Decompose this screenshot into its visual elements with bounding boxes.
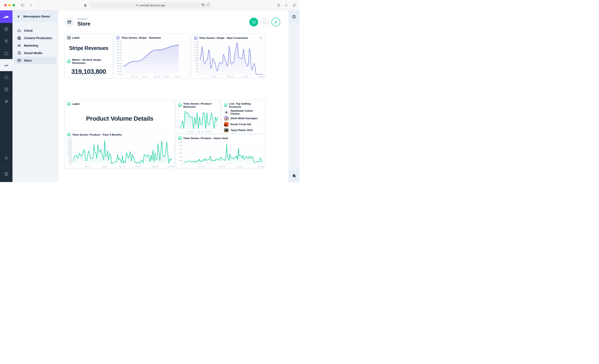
panel-header: Label (72, 102, 79, 106)
panel-info-icon[interactable] (259, 36, 263, 40)
svg-text:Feb '22: Feb '22 (175, 76, 182, 78)
svg-text:3: 3 (178, 122, 179, 124)
zoom-window-button[interactable] (12, 4, 15, 7)
privacy-shield-icon[interactable] (83, 3, 88, 8)
svg-text:16 Feb: 16 Feb (259, 76, 265, 78)
svg-text:95.0K: 95.0K (117, 65, 122, 67)
sidebar-item-marketing[interactable]: Marketing (14, 42, 57, 49)
metric-value: 319,103,800 (65, 65, 113, 78)
svg-text:0: 0 (182, 163, 183, 165)
svg-text:6: 6 (178, 109, 179, 112)
project-sidebar: Monospace Demo Cloud Content Production … (12, 10, 58, 182)
list-item[interactable]: Rustic Fresh Hat (224, 121, 263, 127)
user-avatar-icon[interactable] (0, 168, 12, 180)
project-header[interactable]: Monospace Demo (12, 10, 58, 22)
svg-text:08 Feb: 08 Feb (241, 76, 248, 78)
present-mode-button[interactable] (249, 18, 258, 27)
list-item[interactable]: Tasty Plastic Shirt (224, 127, 263, 133)
svg-text:2,000: 2,000 (194, 46, 199, 48)
new-tab-icon[interactable] (284, 3, 289, 8)
tab-overview-icon[interactable] (292, 3, 297, 8)
panel-chart-icon (67, 133, 70, 136)
sidebar-toggle-icon[interactable] (20, 3, 25, 8)
fullscreen-button[interactable] (260, 18, 269, 27)
product-thumbnail (224, 116, 229, 121)
address-bar[interactable]: example.directus.app A文 (90, 2, 211, 8)
svg-text:1,600: 1,600 (194, 52, 199, 54)
panel-chart-icon (67, 102, 70, 106)
svg-text:85.0K: 85.0K (117, 70, 122, 73)
sidebar-item-cloud[interactable]: Cloud (14, 27, 57, 34)
page-title: Store (77, 21, 90, 27)
browser-toolbar: example.directus.app A文 (0, 0, 300, 10)
svg-text:600: 600 (179, 152, 183, 154)
sidebar-item-store[interactable]: Store (14, 57, 57, 64)
svg-text:2,200: 2,200 (194, 44, 199, 46)
panel-header: List: Top Selling Products (229, 102, 263, 108)
sidebar-item-label: Store (24, 59, 32, 62)
screen: example.directus.app A文 (0, 0, 300, 182)
panel-product-volume: Label Product Volume Details Time Series… (64, 100, 175, 169)
list-item[interactable]: Sleek Metal Sausages (224, 115, 263, 121)
panel-header: Time Series: Product - Items Sold (183, 137, 228, 140)
list-item[interactable]: Handmade Cotton Cheese (224, 109, 263, 115)
megaphone-icon (17, 44, 21, 48)
panel-top-selling-products: List: Top Selling Products Handmade Cott… (221, 100, 265, 133)
sidebar-info-button[interactable] (289, 10, 300, 23)
notifications-bell-icon[interactable] (0, 152, 12, 164)
close-window-button[interactable] (4, 4, 7, 7)
edit-dashboard-button[interactable] (271, 18, 280, 27)
forward-icon[interactable] (36, 3, 41, 8)
svg-text:1,200: 1,200 (178, 141, 183, 143)
sidebar-item-content-production[interactable]: Content Production (14, 34, 57, 42)
panel-header: Time Series: Product - Restocks (183, 102, 218, 108)
svg-text:0: 0 (71, 163, 72, 165)
sidebar-item-label: Social Media (24, 51, 42, 55)
product-past-3-months-chart: 2,6002,4002,2002,0001,8001,6001,4001,200… (65, 137, 175, 168)
slideshow-icon (252, 20, 256, 24)
module-help-icon[interactable] (0, 83, 12, 95)
svg-text:1,200: 1,200 (194, 57, 199, 59)
svg-text:15 Dec: 15 Dec (102, 165, 108, 168)
dashboard-workspace: Label Stripe Revenues Metric: All-time S… (58, 34, 289, 182)
svg-text:15 Jan: 15 Jan (163, 76, 169, 78)
storefront-icon (67, 20, 71, 24)
sidebar-item-social-media[interactable]: Social Media (14, 49, 57, 57)
svg-text:Jan '22: Jan '22 (154, 76, 160, 78)
svg-text:1,000: 1,000 (194, 60, 199, 62)
label-text: Stripe Revenues (65, 40, 113, 56)
svg-text:Feb '22: Feb '22 (219, 165, 225, 168)
module-content-icon[interactable] (0, 23, 12, 35)
lock-icon (136, 4, 138, 7)
sidebar-item-label: Marketing (24, 44, 38, 47)
module-files-icon[interactable] (0, 47, 12, 59)
pie-chart-icon (17, 51, 21, 55)
svg-text:400: 400 (179, 156, 183, 158)
reload-icon[interactable] (206, 3, 210, 7)
svg-text:4: 4 (178, 119, 179, 121)
svg-text:115.0K: 115.0K (116, 54, 123, 56)
back-icon[interactable] (28, 3, 34, 8)
activity-log-button[interactable] (289, 170, 300, 182)
share-icon[interactable] (276, 3, 281, 8)
module-settings-icon[interactable] (0, 95, 12, 107)
module-bar (0, 10, 12, 182)
panel-header: Label (72, 36, 79, 39)
translate-icon[interactable]: A文 (201, 3, 205, 7)
module-users-icon[interactable] (0, 35, 12, 47)
svg-text:90.0K: 90.0K (117, 68, 122, 70)
svg-text:80.0K: 80.0K (117, 73, 122, 76)
minimize-window-button[interactable] (8, 4, 11, 7)
stripe-revenue-chart: 140.0K135.0K130.0K125.0K120.0K115.0K110.… (114, 40, 190, 78)
svg-text:1,800: 1,800 (194, 49, 199, 51)
page-header: Insights Store (58, 10, 289, 34)
panel-product-restocks: Time Series: Product - Restocks 65543212… (176, 100, 221, 133)
svg-text:Dec '21: Dec '21 (131, 76, 138, 78)
module-insights-icon[interactable] (0, 59, 12, 71)
breadcrumb[interactable]: Insights (77, 18, 90, 20)
main-content: Insights Store (58, 10, 289, 182)
directus-logo[interactable] (0, 10, 12, 23)
panel-header: Time Series: Stripe - Revenue (121, 36, 161, 39)
svg-text:5: 5 (178, 112, 179, 115)
module-cloud-icon[interactable] (0, 71, 12, 83)
